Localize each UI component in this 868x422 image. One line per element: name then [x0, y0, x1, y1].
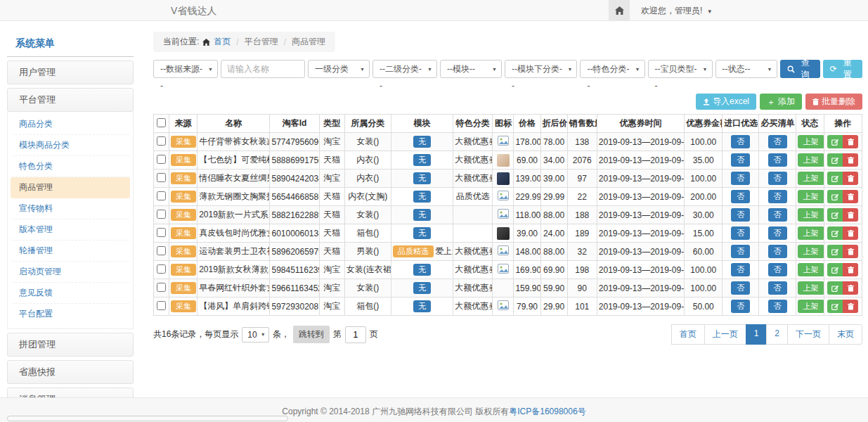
- import-select-toggle[interactable]: 否: [731, 245, 750, 258]
- import-select-toggle[interactable]: 否: [731, 153, 750, 167]
- horizontal-scrollbar[interactable]: [7, 416, 288, 421]
- sidebar-submenu-item[interactable]: 模块商品分类: [11, 135, 130, 156]
- must-buy-toggle[interactable]: 否: [768, 190, 787, 203]
- must-buy-toggle[interactable]: 否: [768, 172, 787, 185]
- sidebar-submenu-item[interactable]: 版本管理: [11, 219, 130, 241]
- delete-button[interactable]: [843, 226, 858, 240]
- must-buy-toggle[interactable]: 否: [768, 208, 787, 222]
- edit-button[interactable]: [827, 190, 843, 203]
- pagination-button[interactable]: 首页: [671, 324, 705, 345]
- pagination-button[interactable]: 末页: [829, 324, 862, 345]
- must-buy-toggle[interactable]: 否: [768, 153, 787, 167]
- must-buy-toggle[interactable]: 否: [768, 263, 787, 276]
- name-search-input[interactable]: [221, 60, 305, 78]
- row-checkbox[interactable]: [157, 228, 166, 237]
- status-button[interactable]: 上架: [798, 208, 824, 222]
- import-select-toggle[interactable]: 否: [731, 281, 750, 295]
- pagination-button[interactable]: 1: [746, 324, 767, 345]
- edit-button[interactable]: [827, 226, 843, 240]
- row-checkbox[interactable]: [157, 136, 166, 146]
- row-checkbox[interactable]: [157, 283, 166, 292]
- edit-button[interactable]: [827, 208, 843, 222]
- import-select-toggle[interactable]: 否: [731, 226, 750, 240]
- sidebar-submenu-item[interactable]: 商品管理: [11, 177, 130, 198]
- filter-select[interactable]: --模块-- ▼: [440, 60, 502, 78]
- pagination-button[interactable]: 2: [766, 324, 788, 345]
- edit-button[interactable]: [827, 245, 843, 258]
- must-buy-toggle[interactable]: 否: [768, 300, 787, 313]
- status-button[interactable]: 上架: [798, 226, 824, 240]
- sidebar-submenu-item[interactable]: 启动页管理: [11, 262, 130, 283]
- page-number-input[interactable]: [345, 326, 366, 343]
- edit-button[interactable]: [827, 135, 843, 148]
- edit-button[interactable]: [827, 172, 843, 185]
- breadcrumb-home-link[interactable]: 首页: [214, 36, 231, 48]
- sidebar-submenu-item[interactable]: 轮播管理: [11, 241, 130, 262]
- import-excel-button[interactable]: 导入excel: [696, 94, 756, 110]
- must-buy-toggle[interactable]: 否: [768, 281, 787, 295]
- icp-link[interactable]: 粤ICP备16098006号: [509, 407, 585, 416]
- sidebar-submenu-item[interactable]: 宣传物料: [11, 198, 130, 219]
- status-button[interactable]: 上架: [798, 190, 824, 203]
- import-select-toggle[interactable]: 否: [731, 300, 750, 313]
- pagination-button[interactable]: 下一页: [787, 324, 829, 345]
- delete-button[interactable]: [843, 300, 858, 313]
- batch-delete-button[interactable]: 批量删除: [805, 94, 862, 110]
- delete-button[interactable]: [843, 245, 858, 258]
- select-all-checkbox[interactable]: [157, 118, 166, 127]
- import-select-toggle[interactable]: 否: [731, 263, 750, 276]
- filter-select[interactable]: --二级分类-- ▼: [373, 60, 437, 78]
- sidebar-menu-item[interactable]: 用户管理: [7, 60, 134, 84]
- filter-select[interactable]: --特色分类-- ▼: [580, 60, 644, 78]
- delete-button[interactable]: [843, 208, 858, 222]
- per-page-select[interactable]: 10 ▼: [242, 327, 268, 343]
- home-button[interactable]: [609, 0, 630, 21]
- status-button[interactable]: 上架: [798, 281, 824, 295]
- row-checkbox[interactable]: [157, 210, 166, 219]
- status-button[interactable]: 上架: [798, 245, 824, 258]
- row-checkbox[interactable]: [157, 191, 166, 200]
- jump-button[interactable]: 跳转到: [293, 326, 330, 343]
- status-button[interactable]: 上架: [798, 135, 824, 148]
- sidebar-submenu-item[interactable]: 意见反馈: [11, 283, 130, 304]
- edit-button[interactable]: [827, 153, 843, 167]
- status-button[interactable]: 上架: [798, 153, 824, 167]
- status-button[interactable]: 上架: [798, 172, 824, 185]
- add-button[interactable]: ＋ 添加: [760, 94, 802, 110]
- row-checkbox[interactable]: [157, 246, 166, 255]
- filter-data-source-select[interactable]: --数据来源-- ▼: [153, 60, 218, 78]
- row-checkbox[interactable]: [157, 301, 166, 310]
- sidebar-menu-item[interactable]: 拼团管理: [7, 333, 134, 357]
- edit-button[interactable]: [827, 300, 843, 313]
- sidebar-submenu-item[interactable]: 平台配置: [11, 304, 130, 324]
- status-button[interactable]: 上架: [798, 263, 824, 276]
- status-button[interactable]: 上架: [798, 300, 824, 313]
- delete-button[interactable]: [843, 153, 858, 167]
- edit-button[interactable]: [827, 263, 843, 276]
- sidebar-menu-item[interactable]: 省惠快报: [7, 360, 134, 384]
- row-checkbox[interactable]: [157, 155, 166, 164]
- import-select-toggle[interactable]: 否: [731, 208, 750, 222]
- delete-button[interactable]: [843, 281, 858, 295]
- sidebar-menu-item[interactable]: 平台管理: [7, 88, 134, 112]
- reset-button[interactable]: ⟳ 重置: [823, 60, 862, 78]
- sidebar-submenu-item[interactable]: 特色分类: [11, 156, 130, 177]
- sidebar-submenu-item[interactable]: 商品分类: [11, 114, 130, 135]
- row-checkbox[interactable]: [157, 264, 166, 274]
- filter-select[interactable]: 一级分类 ▼: [308, 60, 370, 78]
- filter-select[interactable]: --状态-- ▼: [715, 60, 777, 78]
- filter-select[interactable]: --宝贝类型-- ▼: [648, 60, 713, 78]
- must-buy-toggle[interactable]: 否: [768, 135, 787, 148]
- delete-button[interactable]: [843, 263, 858, 276]
- edit-button[interactable]: [827, 281, 843, 295]
- import-select-toggle[interactable]: 否: [731, 190, 750, 203]
- filter-select[interactable]: --模块下分类-- ▼: [505, 60, 577, 78]
- delete-button[interactable]: [843, 190, 858, 203]
- must-buy-toggle[interactable]: 否: [768, 245, 787, 258]
- must-buy-toggle[interactable]: 否: [768, 226, 787, 240]
- user-menu[interactable]: 欢迎您，管理员! ▼: [641, 5, 713, 17]
- row-checkbox[interactable]: [157, 173, 166, 182]
- search-button[interactable]: 查询: [780, 60, 820, 78]
- pagination-button[interactable]: 上一页: [704, 324, 746, 345]
- delete-button[interactable]: [843, 172, 858, 185]
